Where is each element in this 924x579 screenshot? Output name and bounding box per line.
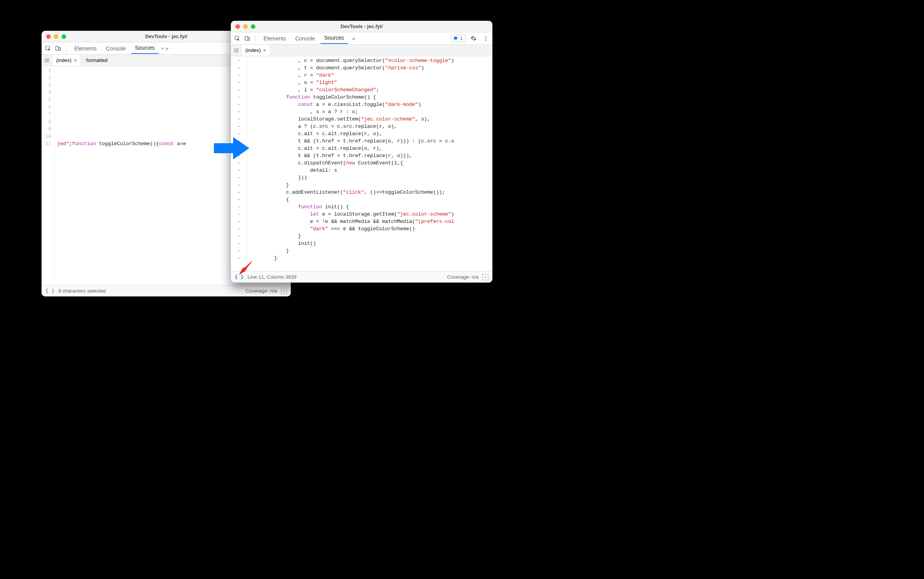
- collapse-pane-icon[interactable]: [482, 274, 489, 280]
- close-tab-icon[interactable]: ×: [74, 58, 77, 63]
- line-gutter: 1234567891011: [42, 66, 55, 285]
- inspect-element-icon[interactable]: [233, 34, 242, 43]
- red-arrow-annotation: [239, 259, 255, 276]
- code-area[interactable]: jed";function toggleColorScheme(){const …: [55, 66, 186, 285]
- devtools-window-right: DevTools - jec.fyi/ Elements Console Sou…: [231, 21, 492, 283]
- minimize-icon[interactable]: [243, 24, 248, 29]
- more-tabs-icon[interactable]: »: [160, 44, 168, 53]
- status-bar: { } Line 11, Column 3939 Coverage: n/a: [231, 271, 492, 283]
- close-icon[interactable]: [46, 34, 51, 39]
- device-toolbar-icon[interactable]: [54, 44, 62, 53]
- pretty-print-icon[interactable]: { }: [45, 288, 54, 294]
- collapse-pane-icon[interactable]: [281, 288, 287, 294]
- svg-point-8: [485, 38, 487, 39]
- maximize-icon[interactable]: [62, 34, 66, 39]
- separator: [255, 35, 256, 42]
- file-tab-label: (index): [56, 57, 72, 63]
- issues-count: 1: [460, 35, 463, 41]
- window-title: DevTools - jec.fyi/: [231, 23, 492, 29]
- tab-console[interactable]: Console: [291, 34, 319, 43]
- svg-rect-6: [248, 37, 250, 40]
- coverage-status: Coverage: n/a: [447, 274, 479, 280]
- code-editor[interactable]: –––––––––––––––––––––––––––– , c = docum…: [231, 56, 492, 271]
- separator: [66, 45, 67, 52]
- svg-point-9: [485, 40, 487, 41]
- tab-sources[interactable]: Sources: [320, 33, 348, 44]
- kebab-menu-icon[interactable]: [482, 34, 490, 43]
- inspect-element-icon[interactable]: [44, 44, 52, 53]
- tab-sources[interactable]: Sources: [131, 43, 158, 54]
- titlebar[interactable]: DevTools - jec.fyi/: [231, 21, 492, 32]
- navigator-toggle-icon[interactable]: [42, 55, 52, 66]
- file-tabs-bar: (index) ×: [231, 45, 492, 56]
- tab-console[interactable]: Console: [102, 44, 129, 53]
- devtools-toolbar: Elements Console Sources » 1: [231, 32, 492, 45]
- maximize-icon[interactable]: [251, 24, 255, 29]
- selection-status: 9 characters selected: [58, 288, 106, 294]
- device-toolbar-icon[interactable]: [243, 34, 252, 43]
- svg-rect-5: [245, 36, 248, 40]
- gear-icon[interactable]: [469, 34, 478, 43]
- file-tab-index[interactable]: (index) ×: [242, 45, 270, 56]
- issues-badge[interactable]: 1: [450, 35, 465, 42]
- file-tab-label: (index): [245, 47, 261, 53]
- line-gutter: ––––––––––––––––––––––––––––: [231, 56, 248, 271]
- code-area[interactable]: , c = document.querySelector("#color-sch…: [248, 56, 454, 271]
- svg-rect-2: [59, 47, 60, 50]
- minimize-icon[interactable]: [54, 34, 58, 39]
- navigator-toggle-icon[interactable]: [231, 45, 242, 56]
- traffic-lights: [42, 34, 66, 39]
- tab-elements[interactable]: Elements: [70, 44, 100, 53]
- close-tab-icon[interactable]: ×: [263, 48, 266, 53]
- close-icon[interactable]: [235, 24, 240, 29]
- tab-elements[interactable]: Elements: [260, 34, 290, 43]
- svg-rect-1: [56, 46, 58, 50]
- traffic-lights: [231, 24, 255, 29]
- blue-arrow-annotation: [214, 135, 249, 162]
- more-tabs-icon[interactable]: »: [349, 34, 358, 43]
- status-bar: { } 9 characters selected Coverage: n/a: [42, 285, 291, 296]
- file-tab-label: :formatted: [85, 57, 108, 63]
- coverage-status: Coverage: n/a: [245, 288, 277, 294]
- file-tab-formatted[interactable]: :formatted: [81, 55, 112, 66]
- svg-point-7: [485, 36, 487, 37]
- file-tab-index[interactable]: (index) ×: [52, 55, 81, 66]
